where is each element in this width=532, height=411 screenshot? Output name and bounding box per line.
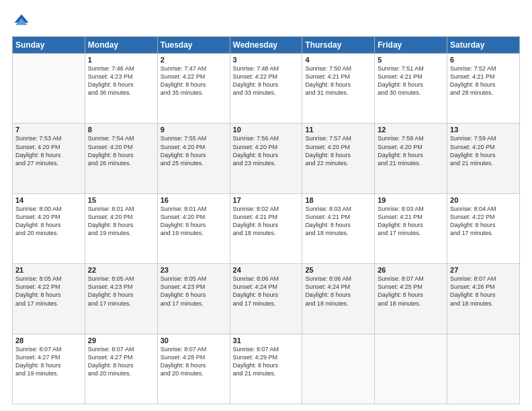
sunset-text: Sunset: 4:22 PM (450, 213, 517, 221)
daylight-minutes-text: and 31 minutes. (305, 89, 371, 97)
page: SundayMondayTuesdayWednesdayThursdayFrid… (0, 0, 532, 411)
day-number: 22 (88, 266, 154, 274)
day-info: Sunrise: 7:51 AMSunset: 4:21 PMDaylight:… (378, 64, 444, 97)
calendar-cell: 31Sunrise: 8:07 AMSunset: 4:29 PMDayligh… (230, 334, 302, 404)
sunrise-text: Sunrise: 7:58 AM (378, 134, 444, 142)
calendar-cell: 7Sunrise: 7:53 AMSunset: 4:20 PMDaylight… (13, 124, 85, 193)
daylight-minutes-text: and 17 minutes. (161, 300, 227, 308)
day-number: 11 (305, 126, 371, 134)
daylight-text: Daylight: 8 hours (233, 151, 300, 159)
calendar-cell: 30Sunrise: 8:07 AMSunset: 4:28 PMDayligh… (157, 334, 230, 404)
daylight-text: Daylight: 8 hours (161, 81, 227, 89)
calendar-cell: 2Sunrise: 7:47 AMSunset: 4:22 PMDaylight… (157, 54, 230, 124)
daylight-text: Daylight: 8 hours (88, 151, 154, 159)
daylight-text: Daylight: 8 hours (450, 151, 517, 159)
day-info: Sunrise: 8:05 AMSunset: 4:23 PMDaylight:… (88, 275, 154, 308)
daylight-minutes-text: and 19 minutes. (161, 229, 227, 237)
day-info: Sunrise: 7:47 AMSunset: 4:22 PMDaylight:… (161, 64, 227, 97)
sunrise-text: Sunrise: 8:07 AM (15, 345, 82, 353)
sunrise-text: Sunrise: 8:01 AM (161, 205, 227, 213)
sunset-text: Sunset: 4:20 PM (15, 143, 82, 151)
daylight-text: Daylight: 8 hours (88, 221, 154, 229)
sunrise-text: Sunrise: 7:56 AM (233, 134, 300, 142)
day-info: Sunrise: 8:04 AMSunset: 4:22 PMDaylight:… (450, 205, 517, 238)
day-number: 31 (233, 336, 300, 345)
day-number: 1 (88, 56, 154, 64)
day-info: Sunrise: 8:03 AMSunset: 4:21 PMDaylight:… (378, 205, 444, 238)
day-header-saturday: Saturday (447, 37, 520, 54)
sunrise-text: Sunrise: 7:48 AM (233, 64, 300, 73)
day-info: Sunrise: 8:01 AMSunset: 4:20 PMDaylight:… (161, 205, 227, 238)
sunrise-text: Sunrise: 8:05 AM (161, 275, 227, 283)
sunset-text: Sunset: 4:21 PM (450, 73, 517, 81)
sunrise-text: Sunrise: 7:52 AM (450, 64, 517, 73)
sunrise-text: Sunrise: 8:07 AM (161, 345, 227, 353)
sunset-text: Sunset: 4:26 PM (450, 283, 517, 291)
sunset-text: Sunset: 4:20 PM (88, 143, 154, 151)
day-info: Sunrise: 8:03 AMSunset: 4:21 PMDaylight:… (305, 205, 371, 238)
sunset-text: Sunset: 4:22 PM (161, 73, 227, 81)
daylight-minutes-text: and 18 minutes. (378, 300, 444, 308)
calendar-cell: 22Sunrise: 8:05 AMSunset: 4:23 PMDayligh… (85, 264, 157, 334)
day-number: 20 (450, 196, 517, 204)
calendar-cell (447, 334, 520, 404)
sunset-text: Sunset: 4:21 PM (305, 73, 371, 81)
calendar-cell: 16Sunrise: 8:01 AMSunset: 4:20 PMDayligh… (157, 193, 230, 263)
daylight-text: Daylight: 8 hours (161, 361, 227, 369)
calendar-cell: 17Sunrise: 8:02 AMSunset: 4:21 PMDayligh… (230, 193, 302, 263)
day-info: Sunrise: 7:54 AMSunset: 4:20 PMDaylight:… (88, 134, 154, 167)
daylight-minutes-text: and 19 minutes. (15, 369, 82, 377)
daylight-minutes-text: and 25 minutes. (161, 159, 227, 167)
sunrise-text: Sunrise: 8:06 AM (233, 275, 300, 283)
sunrise-text: Sunrise: 8:02 AM (233, 205, 300, 213)
sunset-text: Sunset: 4:24 PM (233, 283, 300, 291)
calendar-cell: 3Sunrise: 7:48 AMSunset: 4:22 PMDaylight… (230, 54, 302, 124)
sunset-text: Sunset: 4:25 PM (378, 283, 444, 291)
sunset-text: Sunset: 4:20 PM (450, 143, 517, 151)
sunrise-text: Sunrise: 7:51 AM (378, 64, 444, 73)
day-info: Sunrise: 8:01 AMSunset: 4:20 PMDaylight:… (88, 205, 154, 238)
daylight-minutes-text: and 35 minutes. (161, 89, 227, 97)
day-number: 7 (15, 126, 82, 134)
sunset-text: Sunset: 4:20 PM (15, 213, 82, 221)
daylight-minutes-text: and 21 minutes. (233, 369, 300, 377)
sunrise-text: Sunrise: 8:03 AM (378, 205, 444, 213)
day-number: 29 (88, 336, 154, 345)
calendar-cell: 11Sunrise: 7:57 AMSunset: 4:20 PMDayligh… (302, 124, 375, 193)
sunset-text: Sunset: 4:20 PM (161, 143, 227, 151)
sunset-text: Sunset: 4:20 PM (161, 213, 227, 221)
calendar-week-row: 7Sunrise: 7:53 AMSunset: 4:20 PMDaylight… (13, 124, 520, 193)
day-number: 24 (233, 266, 300, 274)
day-number: 19 (378, 196, 444, 204)
day-number: 9 (161, 126, 227, 134)
day-number: 10 (233, 126, 300, 134)
sunset-text: Sunset: 4:20 PM (233, 143, 300, 151)
daylight-minutes-text: and 20 minutes. (15, 229, 82, 237)
sunrise-text: Sunrise: 8:07 AM (233, 345, 300, 353)
sunset-text: Sunset: 4:21 PM (305, 213, 371, 221)
sunrise-text: Sunrise: 7:50 AM (305, 64, 371, 73)
day-header-tuesday: Tuesday (157, 37, 230, 54)
calendar-cell (302, 334, 375, 404)
sunrise-text: Sunrise: 7:59 AM (450, 134, 517, 142)
day-info: Sunrise: 8:07 AMSunset: 4:29 PMDaylight:… (233, 345, 300, 378)
day-info: Sunrise: 7:50 AMSunset: 4:21 PMDaylight:… (305, 64, 371, 97)
day-number: 3 (233, 56, 300, 64)
day-info: Sunrise: 8:07 AMSunset: 4:27 PMDaylight:… (88, 345, 154, 378)
sunrise-text: Sunrise: 8:05 AM (88, 275, 154, 283)
sunset-text: Sunset: 4:23 PM (88, 283, 154, 291)
calendar-cell: 18Sunrise: 8:03 AMSunset: 4:21 PMDayligh… (302, 193, 375, 263)
daylight-text: Daylight: 8 hours (88, 361, 154, 369)
day-number: 30 (161, 336, 227, 345)
daylight-text: Daylight: 8 hours (450, 81, 517, 89)
sunset-text: Sunset: 4:21 PM (378, 73, 444, 81)
day-number: 26 (378, 266, 444, 274)
sunset-text: Sunset: 4:22 PM (15, 283, 82, 291)
daylight-text: Daylight: 8 hours (378, 81, 444, 89)
calendar-table: SundayMondayTuesdayWednesdayThursdayFrid… (12, 36, 520, 404)
daylight-minutes-text: and 27 minutes. (15, 159, 82, 167)
daylight-text: Daylight: 8 hours (161, 291, 227, 299)
daylight-text: Daylight: 8 hours (450, 221, 517, 229)
day-info: Sunrise: 8:06 AMSunset: 4:24 PMDaylight:… (305, 275, 371, 308)
daylight-text: Daylight: 8 hours (305, 81, 371, 89)
